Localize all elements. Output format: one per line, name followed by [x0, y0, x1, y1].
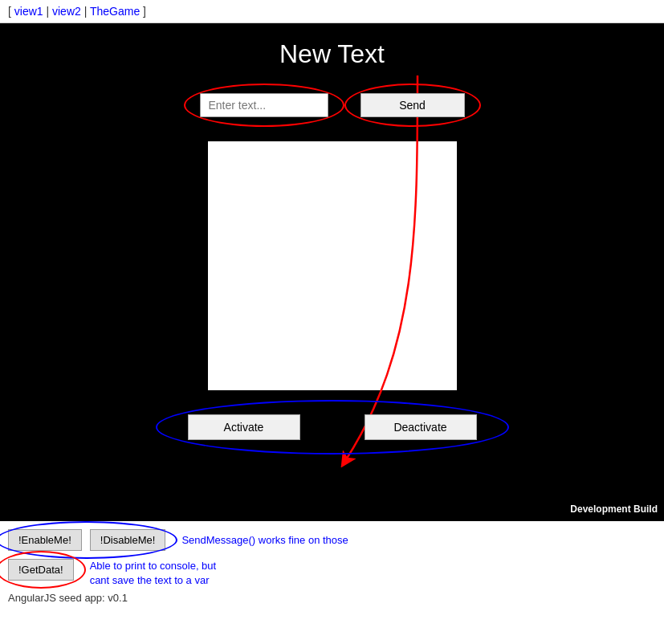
dev-build-label: Development Build — [570, 503, 658, 515]
bottom-btn-row: Activate Deactivate — [188, 414, 477, 440]
bottom-section: !EnableMe! !DisableMe! SendMessage() wor… — [0, 521, 664, 612]
input-row: Send — [200, 93, 465, 117]
annotation-print-console: Able to print to console, but cant save … — [90, 559, 218, 588]
version-label: AngularJS seed app: v0.1 — [8, 592, 656, 604]
nav-link-view2[interactable]: view2 — [52, 5, 81, 18]
activate-button[interactable]: Activate — [188, 414, 300, 440]
annotation-send-message: SendMessage() works fine on those — [181, 534, 348, 546]
text-input[interactable] — [200, 93, 328, 117]
send-button[interactable]: Send — [361, 93, 465, 117]
enable-disable-row: !EnableMe! !DisableMe! SendMessage() wor… — [8, 529, 656, 551]
bracket-open: [ — [8, 5, 11, 18]
disable-button[interactable]: !DisableMe! — [90, 529, 166, 551]
nav-link-view1[interactable]: view1 — [14, 5, 43, 18]
input-oval-wrap — [200, 93, 328, 117]
main-title: New Text — [279, 39, 385, 69]
nav-separator-pipe-2: | — [84, 5, 88, 18]
nav-separator-pipe-1: | — [46, 5, 49, 18]
enable-disable-oval-wrap: !EnableMe! !DisableMe! — [8, 529, 165, 551]
bracket-close: ] — [143, 5, 146, 18]
getdata-row: !GetData! Able to print to console, but … — [8, 559, 656, 588]
nav-link-thegame[interactable]: TheGame — [90, 5, 140, 18]
getdata-button[interactable]: !GetData! — [8, 559, 74, 581]
send-btn-oval-wrap: Send — [361, 93, 465, 117]
top-nav: [ view1 | view2 | TheGame ] — [0, 0, 664, 23]
getdata-oval-wrap: !GetData! — [8, 559, 74, 581]
enable-button[interactable]: !EnableMe! — [8, 529, 82, 551]
content-box — [208, 141, 457, 390]
main-area: New Text Send Activate Deactivate Develo… — [0, 23, 664, 521]
deactivate-button[interactable]: Deactivate — [365, 414, 477, 440]
